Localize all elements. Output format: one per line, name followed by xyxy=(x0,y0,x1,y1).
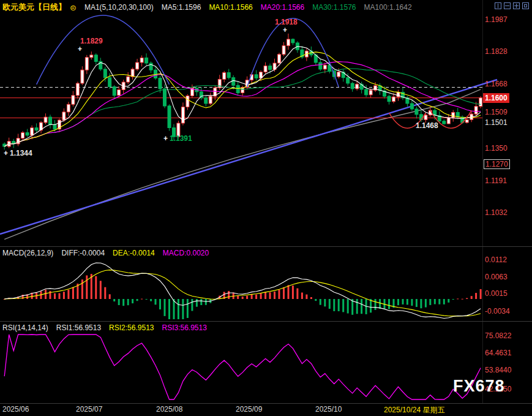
pane-divider xyxy=(0,321,532,322)
grid-layout-icon[interactable] xyxy=(513,2,520,9)
x-axis-label: 2025/06 xyxy=(2,405,29,414)
price-chart-canvas[interactable] xyxy=(0,0,532,416)
macd-diff-value: DIFF:-0.0004 xyxy=(61,249,105,257)
ma20-value: MA20:1.1566 xyxy=(261,3,304,12)
macd-dea-value: DEA:-0.0014 xyxy=(113,249,155,257)
chart-window: 欧元美元【日线】 ⊜ MA1(5,10,20,30,100) MA5:1.159… xyxy=(0,0,532,416)
maximize-icon[interactable] xyxy=(522,2,529,9)
ma30-value: MA30:1.1576 xyxy=(312,3,356,12)
ma10-value: MA10:1.1566 xyxy=(209,3,252,12)
pane-divider xyxy=(0,403,532,404)
x-axis-label: 2025/10 xyxy=(315,405,342,414)
x-axis-label: 2025/07 xyxy=(76,405,102,414)
main-legend-row: 欧元美元【日线】 ⊜ MA1(5,10,20,30,100) MA5:1.159… xyxy=(2,2,412,13)
rsi1-value: RSI1:56.9513 xyxy=(56,323,101,332)
symbol-menu-icon[interactable]: ⊜ xyxy=(70,3,77,12)
page-title: 欧元美元【日线】 xyxy=(2,2,66,13)
pane-divider xyxy=(0,246,532,247)
rsi3-value: RSI3:56.9513 xyxy=(162,323,207,332)
ma100-value: MA100:1.1642 xyxy=(364,3,412,12)
rsi-group-label: RSI(14,14,14) xyxy=(2,323,48,332)
ma5-value: MA5:1.1596 xyxy=(162,3,201,12)
split-horizontal-icon[interactable] xyxy=(504,2,511,9)
ma-group-label: MA1(5,10,20,30,100) xyxy=(84,3,154,12)
watermark: FX678 xyxy=(453,377,505,396)
chart-toolbar xyxy=(495,2,529,9)
rsi2-value: RSI2:56.9513 xyxy=(109,323,154,332)
x-axis-label: 2025/08 xyxy=(156,405,182,414)
rsi-legend-row: RSI(14,14,14) RSI1:56.9513 RSI2:56.9513 … xyxy=(2,323,207,332)
macd-hist-value: MACD:0.0020 xyxy=(163,249,209,257)
current-date-label: 2025/10/24 星期五 xyxy=(384,405,444,415)
split-vertical-icon[interactable] xyxy=(495,2,501,9)
macd-legend-row: MACD(26,12,9) DIFF:-0.0004 DEA:-0.0014 M… xyxy=(2,249,209,257)
macd-group-label: MACD(26,12,9) xyxy=(2,249,53,257)
x-axis-label: 2025/09 xyxy=(236,405,262,414)
